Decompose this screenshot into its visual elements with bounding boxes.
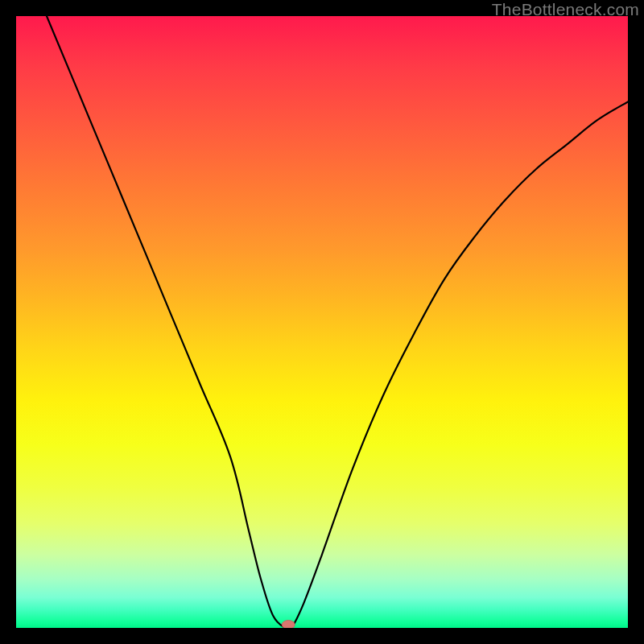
chart-container: TheBottleneck.com (0, 0, 644, 644)
bottleneck-curve (47, 16, 628, 628)
optimal-point-marker (282, 621, 295, 629)
plot-area (16, 16, 628, 628)
curve-layer (16, 16, 628, 628)
